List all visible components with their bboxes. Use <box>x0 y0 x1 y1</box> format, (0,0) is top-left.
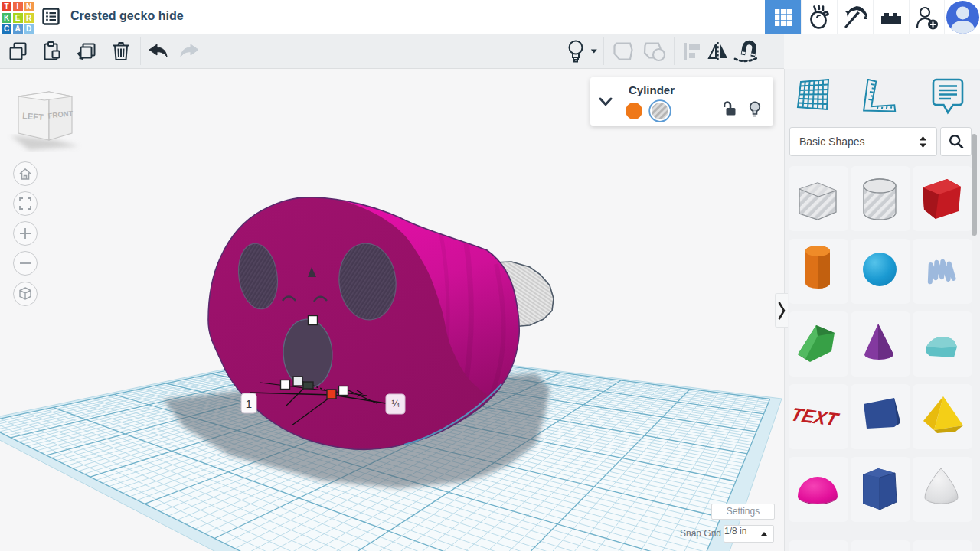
svg-text:LEFT: LEFT <box>22 111 44 122</box>
svg-text:TEXT: TEXT <box>789 404 842 430</box>
svg-text:¼: ¼ <box>391 399 400 409</box>
svg-text:1: 1 <box>246 397 252 410</box>
